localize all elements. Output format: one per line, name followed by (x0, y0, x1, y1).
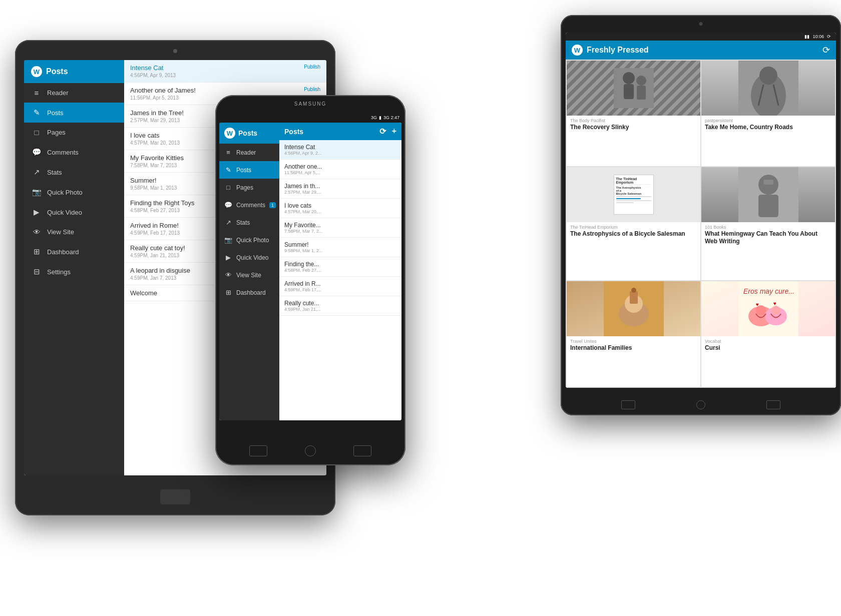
phone-nav-view-site[interactable]: 👁 View Site (219, 266, 279, 284)
tablet-left-camera (173, 49, 177, 53)
phone-post-0[interactable]: Intense Cat 4:56PM, Apr 9, 2... (279, 140, 401, 160)
phone-signal: 3G (371, 115, 377, 120)
quick-photo-icon: 📷 (32, 188, 41, 197)
phone-post-meta-6: 4:58PM, Feb 27,... (284, 268, 396, 273)
stats-icon: ↗ (32, 168, 41, 177)
phone-quick-video-icon: ▶ (224, 254, 232, 261)
fp-card-title-0: The Recovery Slinky (570, 124, 697, 132)
phone-nav-reader[interactable]: ≡ Reader (219, 144, 279, 161)
sidebar-label-quick-video: Quick Video (47, 209, 82, 216)
phone-post-2[interactable]: James in th... 2:57PM, Mar 29,... (279, 179, 401, 199)
sidebar-label-posts: Posts (47, 109, 64, 117)
fp-card-blog-4: Travel Unites (570, 339, 697, 344)
phone-home-button[interactable] (305, 445, 316, 456)
phone-menu-button[interactable] (249, 445, 267, 456)
post-meta-0: 4:56PM, Apr 9, 2013 (130, 73, 320, 78)
sidebar-item-pages[interactable]: □ Pages (24, 123, 124, 142)
phone-center: SAMSUNG 3G ▮ 3G 2:47 W Posts ≡ Reader ✎ … (215, 95, 405, 465)
svg-rect-2 (624, 84, 634, 99)
tablet-right-back-button[interactable] (621, 400, 635, 409)
fp-card-1[interactable]: pastpersistent Take Me Home, Country Roa… (701, 61, 835, 166)
phone-post-5[interactable]: Summer! 9:58PM, Mar 1, 2... (279, 238, 401, 257)
fp-card-0[interactable]: The Body Pacifist The Recovery Slinky (567, 61, 700, 166)
tablet-right-recents-button[interactable] (766, 400, 780, 409)
phone-wp-logo: W (224, 128, 235, 139)
wordpress-logo: W (31, 66, 42, 77)
fp-card-img-0 (567, 61, 700, 116)
tablet-right-home-button[interactable] (696, 400, 705, 409)
phone-nav-quick-video[interactable]: ▶ Quick Video (219, 249, 279, 266)
phone-comments-icon: 💬 (224, 201, 232, 209)
fp-card-body-2: The TinHead Emporium The Astrophysics of… (567, 222, 700, 280)
sidebar-item-settings[interactable]: ⊟ Settings (24, 262, 124, 282)
phone-post-title-4: My Favorite... (284, 222, 396, 229)
phone-posts-header: Posts ⟳ + (279, 123, 401, 140)
tablet-right-camera (699, 22, 703, 26)
sidebar-item-dashboard[interactable]: ⊞ Dashboard (24, 242, 124, 262)
phone-pages-icon: □ (224, 184, 232, 191)
fp-card-title-3: What Hemingway Can Teach You About Web W… (705, 230, 831, 246)
sidebar-item-quick-photo[interactable]: 📷 Quick Photo (24, 182, 124, 202)
post-status-0: Publish (304, 64, 320, 70)
fp-card-4[interactable]: Travel Unites International Families (567, 281, 700, 387)
svg-rect-12 (758, 195, 778, 217)
svg-point-18 (631, 288, 636, 293)
phone-nav-comments[interactable]: 💬 Comments 1 (219, 196, 279, 214)
phone-reader-icon: ≡ (224, 149, 232, 156)
phone-nav-pages[interactable]: □ Pages (219, 179, 279, 196)
phone-post-meta-7: 4:59PM, Feb 17,... (284, 287, 396, 292)
phone-post-6[interactable]: Finding the... 4:58PM, Feb 27,... (279, 257, 401, 277)
quick-video-icon: ▶ (32, 208, 41, 217)
fp-card-body-5: Vocabat Cursi (701, 336, 835, 387)
fp-card-body-1: pastpersistent Take Me Home, Country Roa… (701, 116, 835, 166)
phone-nav-quick-photo[interactable]: 📷 Quick Photo (219, 231, 279, 249)
svg-point-1 (623, 72, 635, 84)
phone-screen: W Posts ≡ Reader ✎ Posts □ Pages 💬 Co (219, 123, 401, 420)
phone-post-1[interactable]: Another one... 11:56PM, Apr 5,... (279, 160, 401, 179)
post-item-0[interactable]: Publish Intense Cat 4:56PM, Apr 9, 2013 (124, 60, 326, 83)
sidebar-item-stats[interactable]: ↗ Stats (24, 162, 124, 182)
tablet-right: ▮▮ 10:06 ⟳ W Freshly Pressed ⟳ (561, 15, 841, 415)
phone-quick-photo-icon: 📷 (224, 236, 232, 244)
fp-card-blog-5: Vocabat (705, 339, 831, 344)
fp-card-2[interactable]: The TinHead Emporium The Astrophysicsof … (567, 167, 700, 280)
phone-post-title-8: Really cute... (284, 300, 396, 307)
sidebar-item-quick-video[interactable]: ▶ Quick Video (24, 202, 124, 222)
sidebar-item-comments[interactable]: 💬 Comments (24, 142, 124, 162)
fp-card-img-1 (701, 61, 835, 116)
fp-card-5[interactable]: Eros may cure... ♥ ♥ (701, 281, 835, 387)
fp-card-img-3 (701, 167, 835, 222)
fp-card-body-0: The Body Pacifist The Recovery Slinky (567, 116, 700, 166)
sidebar-item-posts[interactable]: ✎ Posts (24, 103, 124, 123)
sidebar-item-reader[interactable]: ≡ Reader (24, 83, 124, 103)
fp-refresh-icon[interactable]: ⟳ (827, 34, 831, 39)
fp-card-blog-0: The Body Pacifist (570, 118, 697, 123)
phone-post-4[interactable]: My Favorite... 7:58PM, Mar 7, 2... (279, 218, 401, 238)
phone-post-3[interactable]: I love cats 4:57PM, Mar 20,... (279, 199, 401, 218)
phone-nav-row (215, 445, 405, 456)
fp-card-3[interactable]: 101 Books What Hemingway Can Teach You A… (701, 167, 835, 280)
tablet-right-screen: ▮▮ 10:06 ⟳ W Freshly Pressed ⟳ (566, 33, 836, 388)
phone-nav-dashboard[interactable]: ⊞ Dashboard (219, 284, 279, 301)
svg-point-7 (759, 67, 777, 85)
fp-card-img-5: Eros may cure... ♥ ♥ (701, 281, 835, 336)
add-icon[interactable]: + (392, 127, 396, 136)
fp-card-blog-2: The TinHead Emporium (570, 225, 697, 230)
refresh-icon[interactable]: ⟳ (379, 127, 386, 136)
tablet-left-home-button[interactable] (160, 489, 190, 504)
sidebar-label-quick-photo: Quick Photo (47, 189, 83, 196)
phone-nav-posts[interactable]: ✎ Posts (219, 161, 279, 179)
fp-app-title: Freshly Pressed (587, 46, 649, 55)
sidebar-item-view-site[interactable]: 👁 View Site (24, 222, 124, 242)
phone-nav-stats[interactable]: ↗ Stats (219, 214, 279, 231)
phone-post-8[interactable]: Really cute... 4:59PM, Jan 21,... (279, 296, 401, 316)
posts-icon: ✎ (32, 108, 41, 117)
phone-post-list: Posts ⟳ + Intense Cat 4:56PM, Apr 9, 2..… (279, 123, 401, 420)
svg-text:Eros may cure...: Eros may cure... (743, 287, 794, 295)
phone-post-7[interactable]: Arrived in R... 4:59PM, Feb 17,... (279, 277, 401, 296)
phone-back-button[interactable] (353, 445, 371, 456)
fp-refresh-button[interactable]: ⟳ (822, 45, 830, 56)
phone-view-site-icon: 👁 (224, 271, 232, 279)
phone-time: 3G 2:47 (383, 115, 399, 120)
fp-card-title-4: International Families (570, 344, 697, 352)
